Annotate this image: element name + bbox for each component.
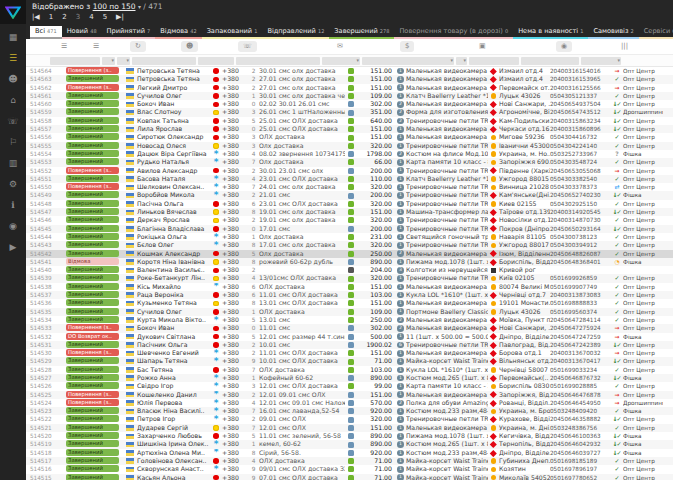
tab-2[interactable]: Новий 48 xyxy=(62,26,102,39)
tracking-number[interactable]: 20400314920545 xyxy=(550,208,610,216)
table-row[interactable]: 514546ЗавершенийДеркач Ярослав+380219.01… xyxy=(26,216,673,224)
tracking-number[interactable]: 20400313670417 xyxy=(550,357,610,365)
tracking-number[interactable]: 0501699028885 xyxy=(550,382,610,390)
order-number-icon[interactable]: ☰ xyxy=(56,41,72,52)
table-row[interactable]: 514547ЗавершенийЛиньков Вячеслав+380819.… xyxy=(26,208,673,216)
table-row[interactable]: 514536ЗавершенийКузьменко Тетяна+380813.… xyxy=(26,299,673,307)
tracking-number[interactable] xyxy=(550,266,610,274)
tracking-number[interactable]: 20400316154016 xyxy=(550,67,610,75)
phone-number[interactable]: +380 xyxy=(222,133,248,141)
phone-number[interactable]: +380 xyxy=(222,67,248,75)
comment-icon[interactable]: ✉ xyxy=(332,41,348,52)
page-button-3[interactable]: 3 xyxy=(76,13,80,21)
phone-number[interactable]: +380 xyxy=(222,266,248,274)
table-row[interactable]: 514544ЗавершенийРокіцька Ольга*+3801Олх … xyxy=(26,233,673,241)
phone-number[interactable]: +380 xyxy=(222,117,248,125)
phone-number[interactable]: +380 xyxy=(222,84,248,92)
tracking-number[interactable]: 20450652740230 xyxy=(550,191,610,199)
first-page-button[interactable]: |◀ xyxy=(32,13,40,21)
tab-7[interactable]: Завершений 278 xyxy=(329,26,394,39)
payment-icon[interactable]: $ xyxy=(400,41,414,52)
tab-4[interactable]: Відмова 42 xyxy=(155,26,201,39)
phone-number[interactable]: +380 xyxy=(222,399,248,407)
table-row[interactable]: 514548ЗавершенийПасічна Ольга+380623.01 … xyxy=(26,200,673,208)
phone-number[interactable]: +380 xyxy=(222,474,248,480)
tracking-number[interactable]: 20450646100363 xyxy=(550,432,610,440)
phone-number[interactable]: +380 xyxy=(222,440,248,448)
table-row[interactable]: 514534ЗавершенийКурта Микола Вікто..*+38… xyxy=(26,316,673,324)
phone-number[interactable]: +380 xyxy=(222,349,248,357)
filter-input-5[interactable] xyxy=(198,57,234,65)
tracking-number[interactable]: 0501698185189 xyxy=(550,457,610,465)
tracking-number[interactable]: 20450650293164 xyxy=(550,225,610,233)
product-bag-icon[interactable]: ▣ xyxy=(474,41,491,52)
tracking-number[interactable]: 20450646039727 xyxy=(550,449,610,457)
phone-number[interactable]: +380 xyxy=(222,283,248,291)
phone-number[interactable]: +380 xyxy=(222,216,248,224)
status-list-icon[interactable]: ☰ xyxy=(88,41,104,52)
table-row[interactable]: 514551ЗавершенийБасова Наталя*+380423.01… xyxy=(26,175,673,183)
phone-number[interactable]: +380 xyxy=(222,308,248,316)
tab-6[interactable]: Відправлений 12 xyxy=(262,26,329,39)
phone-number[interactable]: +380 xyxy=(222,200,248,208)
table-row[interactable]: 514527ЗавершенийРожко Анна*+3801Кофейный… xyxy=(26,374,673,382)
page-button-1[interactable]: 1 xyxy=(49,13,53,21)
video-help-icon[interactable]: ▶ xyxy=(3,239,23,255)
phone-icon[interactable]: ☏ xyxy=(238,41,257,52)
table-row[interactable]: 514540ЗавершенийВалентина Васильє..+3802… xyxy=(26,266,673,274)
table-row[interactable]: 514529ЗавершенийШапарь Тетяна*+380910.01… xyxy=(26,357,673,365)
tracking-number[interactable]: 20400314870730 xyxy=(550,216,610,224)
tracking-number[interactable]: 20400316125566 xyxy=(550,84,610,92)
tracking-number[interactable]: 0501698888833 xyxy=(550,299,610,307)
tracking-number[interactable]: 20450646476878 xyxy=(550,391,610,399)
phone-number[interactable]: +380 xyxy=(222,382,248,390)
phone-number[interactable]: +380 xyxy=(222,333,248,341)
table-row[interactable]: 514528ЗавершенийБас Тетяна+3807ОЛХ доста… xyxy=(26,366,673,374)
phone-number[interactable]: +380 xyxy=(222,108,248,116)
table-row[interactable]: 514550Повернення (з..Шелковин Олексан..*… xyxy=(26,183,673,191)
tracking-number[interactable]: 20450648826087 xyxy=(550,250,610,258)
table-row[interactable]: 514542ЗавершенийКошмак Александр+3805Олх… xyxy=(26,250,673,258)
phone-number[interactable]: +380 xyxy=(222,191,248,199)
tracking-number[interactable]: 20450646358882 xyxy=(550,415,610,423)
filter-input-12[interactable]: ▾ xyxy=(581,57,621,65)
tracking-number[interactable]: 0503252733967 xyxy=(550,150,610,158)
tracking-number[interactable]: 0501699033234 xyxy=(550,366,610,374)
phone-number[interactable]: +380 xyxy=(222,150,248,158)
tracking-number[interactable]: 20450647275924 xyxy=(550,324,610,332)
table-row[interactable]: 514522ЗавершенийПетров Ігор*+380209.01 с… xyxy=(26,415,673,423)
range-selector[interactable]: 100 по 150 xyxy=(93,2,136,11)
table-row[interactable]: 514558ЗавершенийКовпак Татьяна+380525.01… xyxy=(26,117,673,125)
ttn-barcode-icon[interactable]: ||| xyxy=(616,41,633,52)
table-row[interactable]: 514531ЗавершенийПасічник Ольга+380210.01… xyxy=(26,341,673,349)
tracking-number[interactable]: 20450653055068 xyxy=(550,167,610,175)
table-row[interactable]: 514523ЗавершенийВласюк Ніна Василі..*+38… xyxy=(26,407,673,415)
phone-number[interactable]: +380 xyxy=(222,225,248,233)
tab-10[interactable]: Самовивіз 2 xyxy=(588,26,638,39)
phone-number[interactable]: +380 xyxy=(222,208,248,216)
phone-number[interactable]: +380 xyxy=(222,316,248,324)
table-row[interactable]: 514541ВідмоваКоротя Ніна Іванівна+3808ро… xyxy=(26,258,673,266)
filter-input-9[interactable]: ▾ xyxy=(456,57,467,65)
table-row[interactable]: 514543ЗавершенийБєлов Олег*+380817.01 см… xyxy=(26,241,673,249)
phone-number[interactable]: +380 xyxy=(222,258,248,266)
tab-11[interactable]: Сервіси 0 xyxy=(639,26,673,39)
phone-number[interactable]: +380 xyxy=(222,291,248,299)
page-button-5[interactable]: 5 xyxy=(103,13,107,21)
phone-number[interactable]: +380 xyxy=(222,299,248,307)
status-refresh-icon[interactable]: ↻ xyxy=(130,41,146,52)
tracking-number[interactable]: 0501699907749 xyxy=(550,283,610,291)
page-button-4[interactable]: 4 xyxy=(89,13,93,21)
phone-number[interactable]: +380 xyxy=(222,415,248,423)
table-row[interactable]: 514562Повернення (з..Легкий Дмитро+38022… xyxy=(26,84,673,92)
info-icon[interactable]: ℹ xyxy=(3,197,23,213)
table-row[interactable]: 514554ЗавершенийДацюк Віра Сергіївна*+38… xyxy=(26,150,673,158)
phone-number[interactable]: +380 xyxy=(222,457,248,465)
table-row[interactable]: 514560ЗавершенийБокоч Иван+380002.02 30.… xyxy=(26,100,673,108)
table-row[interactable]: 514525Повернення (з..Кошеленко Данил*+38… xyxy=(26,391,673,399)
phone-number[interactable]: +380 xyxy=(222,324,248,332)
range-caret-icon[interactable]: ▾ xyxy=(138,3,141,10)
filter-input-1[interactable] xyxy=(50,57,100,65)
phone-number[interactable]: +380 xyxy=(222,92,248,100)
phone-number[interactable]: +380 xyxy=(222,432,248,440)
